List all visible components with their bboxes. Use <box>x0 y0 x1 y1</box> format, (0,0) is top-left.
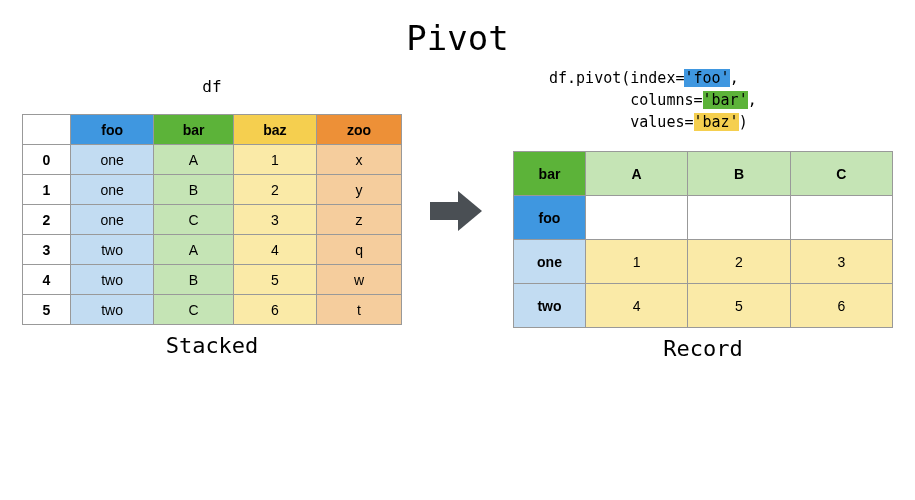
record-table: bar A B C foo one 1 2 3 two 4 5 6 <box>513 151 893 328</box>
code-text: ) <box>739 113 748 131</box>
cell-bar: A <box>154 145 234 175</box>
cell-baz: 5 <box>233 265 316 295</box>
corner-foo: foo <box>514 196 586 240</box>
row-index: two <box>514 284 586 328</box>
cell-baz: 6 <box>233 295 316 325</box>
value-cell: 1 <box>586 240 688 284</box>
table-row: 5 two C 6 t <box>23 295 402 325</box>
diagram-stage: df foo bar baz zoo 0 one A 1 x 1 one B 2 <box>0 64 915 361</box>
cell-baz: 3 <box>233 205 316 235</box>
stacked-table: foo bar baz zoo 0 one A 1 x 1 one B 2 y … <box>22 114 402 325</box>
pivot-code: df.pivot(index='foo', columns='bar', val… <box>549 68 893 133</box>
header-blank <box>23 115 71 145</box>
empty-cell <box>790 196 892 240</box>
cell-bar: A <box>154 235 234 265</box>
header-baz: baz <box>233 115 316 145</box>
code-arg-index: 'foo' <box>684 69 729 87</box>
value-cell: 4 <box>586 284 688 328</box>
col-header: C <box>790 152 892 196</box>
table-row: 3 two A 4 q <box>23 235 402 265</box>
row-index: 5 <box>23 295 71 325</box>
row-index: 3 <box>23 235 71 265</box>
table-row: two 4 5 6 <box>514 284 893 328</box>
code-text: columns= <box>549 91 703 109</box>
cell-foo: two <box>71 265 154 295</box>
header-zoo: zoo <box>317 115 402 145</box>
stacked-panel: df foo bar baz zoo 0 one A 1 x 1 one B 2 <box>22 67 402 358</box>
row-index: 4 <box>23 265 71 295</box>
cell-foo: one <box>71 145 154 175</box>
cell-foo: one <box>71 175 154 205</box>
value-cell: 5 <box>688 284 790 328</box>
table-row: one 1 2 3 <box>514 240 893 284</box>
row-index: 2 <box>23 205 71 235</box>
cell-baz: 4 <box>233 235 316 265</box>
cell-foo: two <box>71 295 154 325</box>
code-text: , <box>748 91 757 109</box>
cell-foo: two <box>71 235 154 265</box>
cell-zoo: y <box>317 175 402 205</box>
value-cell: 3 <box>790 240 892 284</box>
page-title: Pivot <box>0 0 915 64</box>
cell-bar: C <box>154 295 234 325</box>
empty-cell <box>688 196 790 240</box>
code-arg-columns: 'bar' <box>703 91 748 109</box>
value-cell: 2 <box>688 240 790 284</box>
code-text: df.pivot(index= <box>549 69 684 87</box>
record-panel: df.pivot(index='foo', columns='bar', val… <box>513 64 893 361</box>
code-text: , <box>730 69 739 87</box>
table-row: 0 one A 1 x <box>23 145 402 175</box>
row-index: 0 <box>23 145 71 175</box>
cell-zoo: q <box>317 235 402 265</box>
col-header: B <box>688 152 790 196</box>
cell-bar: B <box>154 175 234 205</box>
header-bar: bar <box>154 115 234 145</box>
table-row: 2 one C 3 z <box>23 205 402 235</box>
table-row: 1 one B 2 y <box>23 175 402 205</box>
cell-baz: 2 <box>233 175 316 205</box>
corner-bar: bar <box>514 152 586 196</box>
col-header: A <box>586 152 688 196</box>
cell-zoo: t <box>317 295 402 325</box>
code-text: values= <box>549 113 694 131</box>
cell-bar: B <box>154 265 234 295</box>
cell-zoo: x <box>317 145 402 175</box>
row-index: 1 <box>23 175 71 205</box>
record-caption: Record <box>513 336 893 361</box>
cell-foo: one <box>71 205 154 235</box>
header-foo: foo <box>71 115 154 145</box>
cell-zoo: z <box>317 205 402 235</box>
empty-cell <box>586 196 688 240</box>
row-index: one <box>514 240 586 284</box>
arrow-right-icon <box>430 191 486 231</box>
value-cell: 6 <box>790 284 892 328</box>
cell-bar: C <box>154 205 234 235</box>
cell-zoo: w <box>317 265 402 295</box>
table-row: 4 two B 5 w <box>23 265 402 295</box>
df-label: df <box>22 77 402 96</box>
stacked-caption: Stacked <box>22 333 402 358</box>
cell-baz: 1 <box>233 145 316 175</box>
code-arg-values: 'baz' <box>694 113 739 131</box>
